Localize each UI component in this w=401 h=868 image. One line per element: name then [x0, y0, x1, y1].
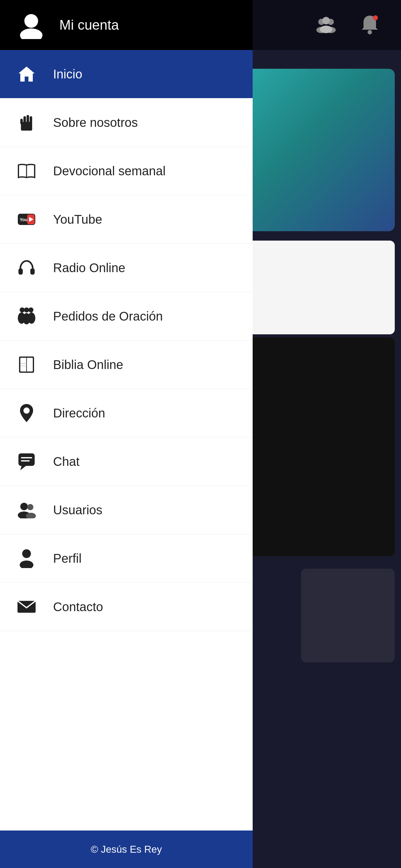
svg-marker-11	[19, 67, 35, 82]
svg-point-9	[24, 14, 38, 28]
svg-point-6	[368, 30, 372, 34]
users-icon	[15, 499, 37, 521]
sidebar-item-devocional[interactable]: Devocional semanal	[0, 147, 253, 195]
sidebar-footer: © Jesús Es Rey	[0, 831, 253, 868]
bottom-card-right	[301, 569, 395, 662]
sidebar-item-radio[interactable]: Radio Online	[0, 244, 253, 292]
svg-point-40	[20, 503, 28, 510]
youtube-label: YouTube	[53, 213, 102, 226]
footer-copyright: © Jesús Es Rey	[91, 844, 162, 855]
sidebar-drawer: Mi cuenta Inicio Sobr	[0, 0, 253, 868]
svg-rect-13	[24, 116, 26, 123]
svg-point-29	[28, 312, 35, 324]
contacto-label: Contacto	[53, 600, 103, 614]
account-label: Mi cuenta	[59, 17, 119, 33]
youtube-icon: You	[15, 208, 37, 230]
svg-rect-16	[20, 119, 23, 124]
sidebar-item-youtube[interactable]: You YouTube	[0, 195, 253, 244]
pray-icon	[15, 305, 37, 327]
inicio-label: Inicio	[53, 67, 82, 81]
svg-point-25	[20, 307, 25, 312]
headphones-icon	[15, 257, 37, 279]
svg-point-44	[22, 549, 31, 558]
svg-point-24	[24, 307, 29, 312]
svg-rect-23	[30, 269, 35, 275]
groups-icon[interactable]	[313, 12, 338, 37]
avatar-icon	[15, 9, 47, 41]
sobre-nosotros-label: Sobre nosotros	[53, 116, 138, 130]
svg-point-26	[28, 307, 33, 312]
book-open-icon	[15, 160, 37, 182]
sidebar-item-contacto[interactable]: Contacto	[0, 583, 253, 631]
svg-text:You: You	[20, 217, 28, 222]
sidebar-item-biblia[interactable]: Biblia Online	[0, 341, 253, 389]
svg-point-41	[27, 504, 33, 510]
svg-marker-37	[20, 466, 26, 470]
sidebar-item-direccion[interactable]: Dirección	[0, 389, 253, 437]
sidebar-item-inicio[interactable]: Inicio	[0, 50, 253, 98]
hand-icon	[15, 112, 37, 133]
devocional-label: Devocional semanal	[53, 164, 166, 178]
bell-icon[interactable]	[357, 12, 382, 37]
nav-list: Inicio Sobre nosotros	[0, 50, 253, 831]
bible-icon	[15, 354, 37, 376]
mail-icon	[15, 596, 37, 618]
biblia-label: Biblia Online	[53, 358, 123, 372]
chat-icon	[15, 451, 37, 472]
person-icon	[15, 548, 37, 569]
sidebar-item-chat[interactable]: Chat	[0, 437, 253, 486]
sidebar-item-perfil[interactable]: Perfil	[0, 534, 253, 583]
svg-point-45	[20, 561, 33, 568]
perfil-label: Perfil	[53, 552, 81, 565]
svg-point-35	[24, 407, 30, 414]
sidebar-item-sobre-nosotros[interactable]: Sobre nosotros	[0, 98, 253, 147]
home-icon	[15, 63, 37, 85]
svg-point-10	[20, 28, 42, 39]
svg-point-2	[322, 17, 330, 24]
svg-point-5	[320, 26, 332, 33]
chat-label: Chat	[53, 455, 80, 469]
radio-label: Radio Online	[53, 261, 125, 275]
direccion-label: Dirección	[53, 406, 105, 420]
svg-rect-22	[19, 269, 23, 275]
location-icon	[15, 402, 37, 424]
usuarios-label: Usuarios	[53, 503, 102, 517]
sidebar-item-oracion[interactable]: Pedidos de Oración	[0, 292, 253, 341]
svg-rect-36	[19, 453, 35, 466]
svg-point-7	[373, 15, 378, 20]
svg-rect-14	[27, 115, 29, 123]
sidebar-item-usuarios[interactable]: Usuarios	[0, 486, 253, 534]
sidebar-header: Mi cuenta	[0, 0, 253, 50]
svg-rect-15	[30, 116, 32, 123]
oracion-label: Pedidos de Oración	[53, 309, 163, 323]
